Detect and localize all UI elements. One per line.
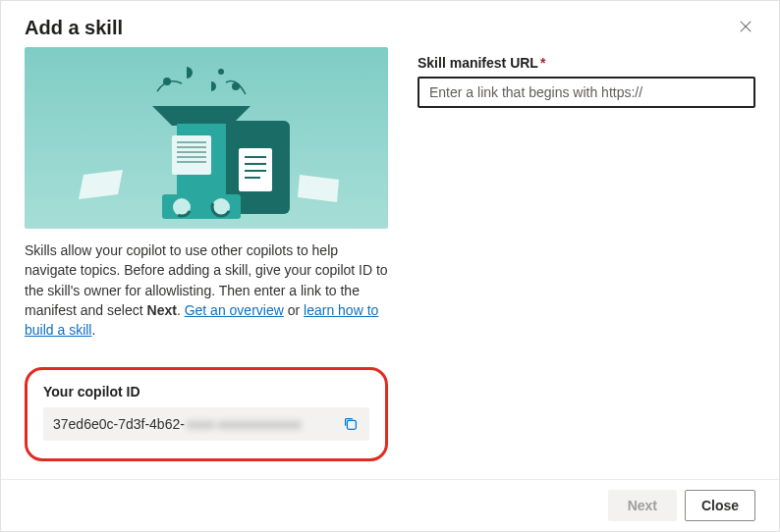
- close-button[interactable]: Close: [685, 490, 755, 521]
- copilot-id-highlight: Your copilot ID 37ed6e0c-7d3f-4b62-xxxx-…: [25, 367, 388, 461]
- copy-icon[interactable]: [342, 415, 360, 433]
- copilot-id-label: Your copilot ID: [43, 384, 369, 399]
- desc-period: .: [91, 322, 95, 338]
- skill-manifest-url-input[interactable]: [418, 77, 755, 108]
- desc-between: or: [284, 302, 304, 318]
- description-text: Skills allow your copilot to use other c…: [25, 240, 388, 340]
- svg-rect-26: [347, 421, 356, 430]
- skill-illustration: [25, 47, 388, 229]
- dialog-footer: Next Close: [1, 479, 779, 531]
- next-button[interactable]: Next: [608, 490, 677, 521]
- svg-rect-10: [172, 135, 211, 175]
- svg-marker-22: [298, 175, 339, 202]
- desc-bold: Next: [147, 302, 177, 318]
- svg-point-24: [218, 69, 224, 75]
- copilot-id-field: 37ed6e0c-7d3f-4b62-xxxx-xxxxxxxxxxxx: [43, 407, 369, 441]
- copilot-id-blurred: xxxx-xxxxxxxxxxxx: [187, 416, 302, 432]
- desc-after: .: [177, 302, 185, 318]
- get-overview-link[interactable]: Get an overview: [185, 302, 284, 318]
- close-icon[interactable]: [736, 17, 755, 36]
- svg-marker-21: [79, 170, 123, 199]
- copilot-id-value: 37ed6e0c-7d3f-4b62-xxxx-xxxxxxxxxxxx: [53, 416, 302, 432]
- dialog-title: Add a skill: [25, 17, 123, 39]
- url-field-label: Skill manifest URL*: [418, 55, 755, 71]
- copilot-id-visible: 37ed6e0c-7d3f-4b62-: [53, 416, 185, 432]
